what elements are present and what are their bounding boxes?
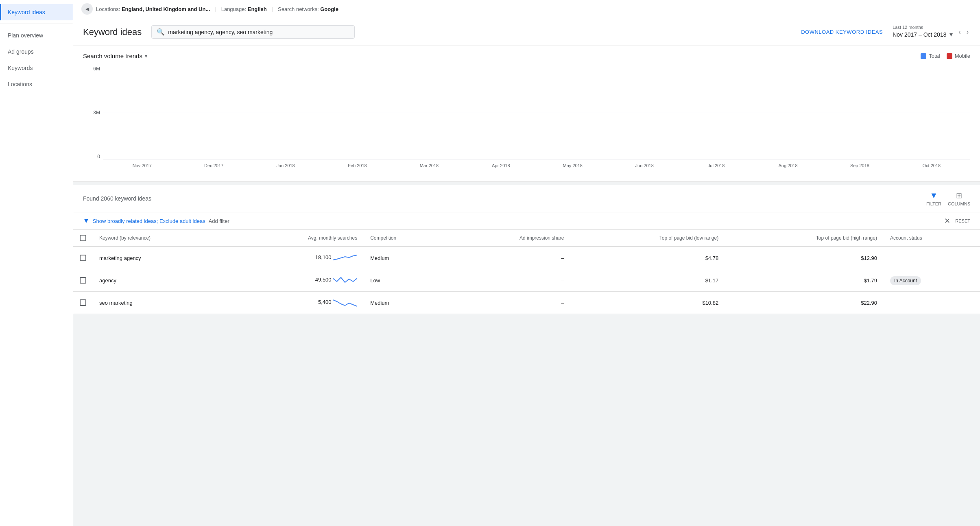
legend-total: Total (921, 53, 940, 59)
topbar: ◀ Locations: England, United Kingdom and… (73, 0, 980, 18)
legend-mobile-dot (947, 53, 952, 59)
cell-avg-monthly: 18,100 (230, 247, 364, 269)
legend-total-dot (921, 53, 926, 59)
chart-dropdown-icon[interactable]: ▾ (145, 53, 147, 59)
y-label-0: 0 (97, 154, 100, 159)
cell-avg-monthly: 5,400 (230, 292, 364, 314)
locations-label: Locations: England, United Kingdom and U… (96, 6, 210, 12)
filter-active-text[interactable]: Show broadly related ideas; Exclude adul… (93, 218, 205, 224)
cell-competition: Low (364, 269, 447, 292)
y-label-3m: 3M (93, 110, 100, 116)
table-head: Keyword (by relevance) Avg. monthly sear… (73, 230, 980, 247)
table-actions: ▼ FILTER ⊞ COLUMNS (926, 191, 970, 206)
row-checkbox[interactable] (80, 299, 86, 306)
reset-label[interactable]: RESET (955, 218, 970, 223)
x-axis: Nov 2017Dec 2017Jan 2018Feb 2018Mar 2018… (103, 159, 970, 172)
y-axis: 6M 3M 0 (83, 66, 103, 159)
main-content: ◀ Locations: England, United Kingdom and… (73, 0, 980, 526)
chart-container: 6M 3M 0 (83, 66, 970, 172)
x-axis-label: Aug 2018 (753, 163, 823, 168)
cell-top-page-low: $1.17 (570, 269, 725, 292)
cell-ad-impression: – (447, 269, 571, 292)
x-axis-label: Nov 2017 (107, 163, 177, 168)
x-axis-label: Jan 2018 (251, 163, 320, 168)
th-keyword: Keyword (by relevance) (93, 230, 230, 247)
sidebar-item-plan-overview[interactable]: Plan overview (0, 27, 73, 44)
date-prev-button[interactable]: ‹ (957, 28, 962, 37)
row-checkbox-cell[interactable] (73, 247, 93, 269)
sparkline-icon (333, 297, 357, 309)
filter-button[interactable]: ▼ FILTER (926, 191, 941, 206)
table-header-row: Keyword (by relevance) Avg. monthly sear… (73, 230, 980, 247)
th-ad-impression: Ad impression share (447, 230, 571, 247)
x-axis-label: Jun 2018 (610, 163, 679, 168)
table-row: agency49,500 Low–$1.17$1.79In Account (73, 269, 980, 292)
download-button[interactable]: DOWNLOAD KEYWORD IDEAS (801, 29, 883, 35)
filter-bar: ▼ Show broadly related ideas; Exclude ad… (73, 212, 980, 230)
x-axis-label: Dec 2017 (179, 163, 248, 168)
filter-icon: ▼ (930, 191, 938, 200)
chart-plot (103, 66, 970, 159)
cell-keyword: marketing agency (93, 247, 230, 269)
filter-funnel-icon: ▼ (83, 217, 89, 225)
x-axis-label: Jul 2018 (681, 163, 751, 168)
th-top-page-low: Top of page bid (low range) (570, 230, 725, 247)
sparkline-icon (333, 274, 357, 286)
date-next-button[interactable]: › (965, 28, 970, 37)
x-axis-label: May 2018 (538, 163, 607, 168)
table-body: marketing agency18,100 Medium–$4.78$12.9… (73, 247, 980, 314)
table-row: seo marketing5,400 Medium–$10.82$22.90 (73, 292, 980, 314)
x-axis-label: Apr 2018 (466, 163, 535, 168)
date-dropdown-button[interactable]: ▾ (948, 30, 954, 39)
search-box[interactable]: 🔍 (151, 25, 355, 39)
cell-top-page-high: $1.79 (725, 269, 884, 292)
row-checkbox[interactable] (80, 255, 86, 261)
sidebar-toggle-button[interactable]: ◀ (81, 3, 93, 15)
sidebar-item-keywords[interactable]: Keywords (0, 60, 73, 76)
cell-top-page-high: $12.90 (725, 247, 884, 269)
date-range-value: Nov 2017 – Oct 2018 ▾ (893, 30, 954, 39)
row-checkbox[interactable] (80, 277, 86, 284)
data-table: Keyword (by relevance) Avg. monthly sear… (73, 230, 980, 314)
y-label-6m: 6M (93, 66, 100, 72)
sidebar-item-ad-groups[interactable]: Ad groups (0, 44, 73, 60)
sidebar: Keyword ideas Plan overview Ad groups Ke… (0, 0, 73, 526)
sidebar-item-keyword-ideas[interactable]: Keyword ideas (0, 4, 73, 20)
row-checkbox-cell[interactable] (73, 292, 93, 314)
x-axis-label: Feb 2018 (323, 163, 392, 168)
cell-top-page-high: $22.90 (725, 292, 884, 314)
cell-account-status (884, 292, 980, 314)
header-row: Keyword ideas 🔍 DOWNLOAD KEYWORD IDEAS L… (73, 18, 980, 46)
in-account-badge: In Account (890, 276, 921, 285)
chart-legend: Total Mobile (921, 53, 970, 59)
table-row: marketing agency18,100 Medium–$4.78$12.9… (73, 247, 980, 269)
chart-header: Search volume trends ▾ Total Mobile (83, 52, 970, 59)
close-filter-button[interactable]: ✕ (944, 216, 950, 225)
chart-section: Search volume trends ▾ Total Mobile (73, 46, 980, 182)
chart-title: Search volume trends (83, 52, 142, 59)
content-area: Keyword ideas 🔍 DOWNLOAD KEYWORD IDEAS L… (73, 18, 980, 526)
select-all-header[interactable] (73, 230, 93, 247)
search-input[interactable] (168, 29, 349, 35)
row-checkbox-cell[interactable] (73, 269, 93, 292)
x-axis-label: Sep 2018 (825, 163, 894, 168)
cell-account-status (884, 247, 980, 269)
date-range: Last 12 months Nov 2017 – Oct 2018 ▾ ‹ › (893, 25, 970, 39)
th-avg-monthly: Avg. monthly searches (230, 230, 364, 247)
cell-keyword: agency (93, 269, 230, 292)
page-title: Keyword ideas (83, 27, 142, 37)
columns-button[interactable]: ⊞ COLUMNS (948, 191, 970, 206)
cell-competition: Medium (364, 292, 447, 314)
sidebar-item-locations[interactable]: Locations (0, 76, 73, 92)
add-filter-button[interactable]: Add filter (209, 218, 229, 224)
table-header-bar: Found 2060 keyword ideas ▼ FILTER ⊞ COLU… (73, 185, 980, 212)
select-all-checkbox[interactable] (80, 235, 86, 241)
cell-top-page-low: $10.82 (570, 292, 725, 314)
found-text: Found 2060 keyword ideas (83, 195, 151, 202)
cell-top-page-low: $4.78 (570, 247, 725, 269)
cell-avg-monthly: 49,500 (230, 269, 364, 292)
date-range-label: Last 12 months (893, 25, 954, 30)
x-axis-label: Oct 2018 (897, 163, 966, 168)
cell-ad-impression: – (447, 247, 571, 269)
language-label: Language: English (221, 6, 267, 12)
